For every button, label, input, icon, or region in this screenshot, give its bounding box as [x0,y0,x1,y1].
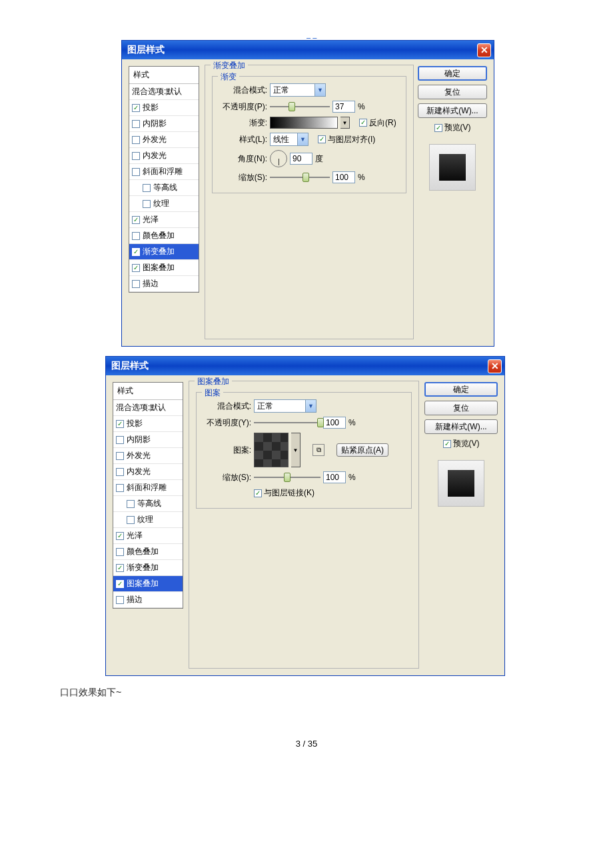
pattern-thumbnail[interactable] [254,433,289,467]
align-checkbox[interactable]: 与图层对齐(I) [318,134,375,145]
gradient-dropdown[interactable]: ▼ [340,117,350,129]
style-item-颜色叠加[interactable]: 颜色叠加 [113,544,183,560]
style-item-等高线[interactable]: 等高线 [113,496,183,512]
style-item-label: 颜色叠加 [143,230,175,241]
scale-input[interactable]: 100 [332,171,355,183]
style-item-斜面和浮雕[interactable]: 斜面和浮雕 [129,164,199,180]
style-item-label: 描边 [143,278,159,289]
ok-button[interactable]: 确定 [418,66,487,81]
style-item-投影[interactable]: 投影 [129,100,199,116]
scale-unit: % [348,473,356,482]
checkbox-icon [116,468,124,476]
opacity-slider[interactable] [270,102,330,111]
style-item-光泽[interactable]: 光泽 [113,528,183,544]
style-item-渐变叠加[interactable]: 渐变叠加 [113,560,183,576]
right-button-panel: 确定 复位 新建样式(W)... 预览(V) [418,66,487,191]
checkbox-icon [132,248,140,256]
style-item-光泽[interactable]: 光泽 [129,212,199,228]
style-combo[interactable]: 线性 ▼ [270,133,308,146]
new-style-button[interactable]: 新建样式(W)... [424,419,498,434]
style-item-图案叠加[interactable]: 图案叠加 [113,576,183,592]
pattern-group: 图案 混合模式: 正常 ▼ 不透明度(Y): 100 [196,392,412,509]
opacity-input[interactable]: 100 [323,417,346,429]
titlebar: 图层样式 ✕ [106,357,504,375]
blend-options-row[interactable]: 混合选项:默认 [129,84,199,100]
checkbox-icon [443,440,451,448]
style-item-外发光[interactable]: 外发光 [129,132,199,148]
reset-button[interactable]: 复位 [418,85,487,99]
style-item-纹理[interactable]: 纹理 [129,196,199,212]
inner-title: 图案 [202,387,223,399]
snap-origin-button[interactable]: 贴紧原点(A) [336,443,388,457]
style-item-投影[interactable]: 投影 [113,416,183,432]
style-label: 样式(L): [219,134,267,145]
style-item-label: 图案叠加 [143,262,175,273]
style-item-内发光[interactable]: 内发光 [113,464,183,480]
snap-icon-button[interactable]: ⧉ [312,444,324,456]
style-item-斜面和浮雕[interactable]: 斜面和浮雕 [113,480,183,496]
close-icon: ✕ [491,361,499,371]
style-item-内发光[interactable]: 内发光 [129,148,199,164]
caption-text: 口口效果如下~ [60,687,613,699]
opacity-slider[interactable] [254,418,320,427]
style-item-label: 渐变叠加 [127,562,159,573]
style-item-渐变叠加[interactable]: 渐变叠加 [129,244,199,260]
new-style-button[interactable]: 新建样式(W)... [418,103,487,118]
style-item-外发光[interactable]: 外发光 [113,448,183,464]
opacity-unit: % [358,102,365,111]
style-item-label: 等高线 [153,182,177,193]
opacity-input[interactable]: 37 [332,101,355,113]
close-button[interactable]: ✕ [488,359,502,373]
style-item-图案叠加[interactable]: 图案叠加 [129,260,199,276]
angle-input[interactable]: 90 [290,153,312,165]
styles-header[interactable]: 样式 [129,67,199,84]
checkbox-icon [318,135,326,143]
scale-slider[interactable] [254,473,320,482]
blend-mode-combo[interactable]: 正常 ▼ [254,399,316,413]
style-item-label: 外发光 [127,450,151,461]
checkbox-icon [132,232,140,240]
style-item-颜色叠加[interactable]: 颜色叠加 [129,228,199,244]
checkbox-icon [116,532,124,540]
reset-button[interactable]: 复位 [424,401,498,415]
style-item-label: 光泽 [143,214,159,225]
scale-slider[interactable] [270,173,330,182]
style-item-纹理[interactable]: 纹理 [113,512,183,528]
checkbox-icon [132,216,140,224]
style-item-内阴影[interactable]: 内阴影 [113,432,183,448]
scale-input[interactable]: 100 [323,471,346,483]
reverse-checkbox[interactable]: 反向(R) [359,117,396,129]
ok-button[interactable]: 确定 [424,382,498,397]
styles-header[interactable]: 样式 [113,383,183,400]
center-panel: 图案叠加 图案 混合模式: 正常 ▼ 不透明度(Y): [189,381,419,669]
center-panel: 渐变叠加 渐变 混合模式: 正常 ▼ 不透明度(P): [205,65,414,339]
checkbox-icon [132,136,140,144]
preview-checkbox[interactable]: 预览(V) [443,438,480,449]
style-item-内阴影[interactable]: 内阴影 [129,116,199,132]
style-item-label: 颜色叠加 [127,546,159,557]
link-checkbox[interactable]: 与图层链接(K) [254,487,314,499]
blend-options-row[interactable]: 混合选项:默认 [113,400,183,416]
pattern-dropdown[interactable]: ▼ [291,433,301,467]
dialog-title: 图层样式 [127,44,165,56]
blend-mode-label: 混合模式: [203,401,251,412]
scale-label: 缩放(S): [203,472,251,483]
angle-dial[interactable] [270,150,287,167]
style-item-label: 图案叠加 [127,578,159,589]
style-item-描边[interactable]: 描边 [129,276,199,292]
preview-checkbox[interactable]: 预览(V) [434,122,471,133]
blend-mode-combo[interactable]: 正常 ▼ [270,83,326,97]
checkbox-icon [116,436,124,444]
gradient-swatch[interactable] [270,117,338,129]
checkbox-icon [132,120,140,128]
blend-mode-value: 正常 [273,85,289,96]
close-button[interactable]: ✕ [477,43,491,57]
checkbox-icon [132,104,140,112]
preview-label: 预览(V) [453,438,480,449]
chevron-down-icon: ▼ [297,133,308,145]
style-item-等高线[interactable]: 等高线 [129,180,199,196]
reverse-label: 反向(R) [369,117,396,129]
style-item-描边[interactable]: 描边 [113,592,183,608]
opacity-label: 不透明度(Y): [203,417,251,429]
layer-style-dialog-pattern: 图层样式 ✕ 样式 混合选项:默认 投影内阴影外发光内发光斜面和浮雕等高线纹理光… [105,356,505,676]
